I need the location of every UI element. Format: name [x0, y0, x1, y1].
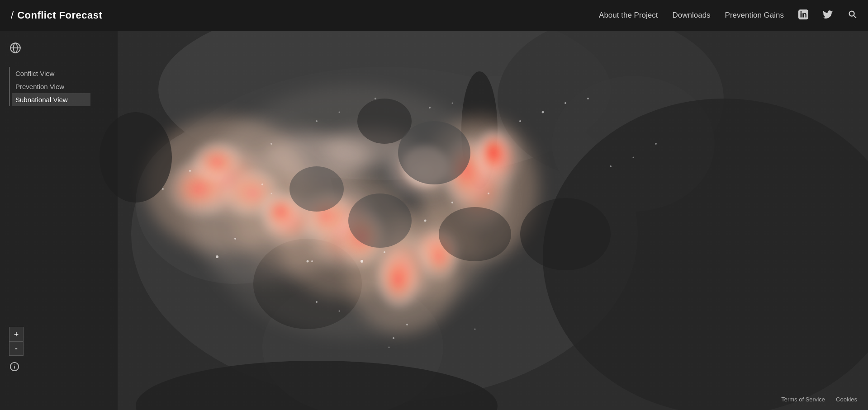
- svg-point-60: [393, 337, 394, 339]
- view-subnational[interactable]: Subnational View: [12, 93, 90, 106]
- zoom-in-button[interactable]: +: [9, 327, 24, 341]
- globe-icon[interactable]: [7, 40, 24, 56]
- svg-point-70: [610, 165, 612, 167]
- zoom-out-button[interactable]: -: [9, 341, 24, 356]
- site-title: Conflict Forecast: [17, 9, 102, 21]
- info-icon[interactable]: [7, 359, 22, 374]
- svg-point-72: [655, 143, 657, 145]
- footer-links: Terms of Service Cookies: [781, 396, 857, 403]
- header-nav: About the Project Downloads Prevention G…: [599, 9, 857, 22]
- svg-point-61: [389, 347, 390, 348]
- svg-point-63: [474, 329, 476, 330]
- cookies-link[interactable]: Cookies: [836, 396, 857, 403]
- svg-point-76: [520, 198, 611, 270]
- svg-point-57: [542, 111, 544, 113]
- search-button[interactable]: [847, 9, 857, 22]
- svg-point-79: [398, 121, 470, 184]
- zoom-controls: + -: [9, 327, 24, 356]
- svg-point-78: [439, 207, 511, 261]
- terms-of-service-link[interactable]: Terms of Service: [781, 396, 825, 403]
- view-prevention[interactable]: Prevention View: [15, 80, 90, 93]
- svg-point-81: [348, 193, 412, 248]
- nav-downloads[interactable]: Downloads: [672, 11, 710, 20]
- map-container[interactable]: Conflict View Prevention View Subnationa…: [0, 31, 868, 410]
- svg-point-59: [587, 98, 589, 99]
- nav-prevention[interactable]: Prevention Gains: [725, 11, 784, 20]
- map-background: [0, 31, 868, 410]
- svg-point-80: [289, 166, 344, 212]
- view-conflict[interactable]: Conflict View: [15, 67, 90, 80]
- svg-point-58: [564, 102, 566, 104]
- twitter-icon[interactable]: [823, 9, 833, 22]
- svg-point-68: [452, 103, 453, 104]
- nav-about[interactable]: About the Project: [599, 11, 658, 20]
- linkedin-icon[interactable]: [798, 9, 808, 22]
- svg-point-56: [519, 120, 521, 122]
- svg-point-55: [162, 188, 164, 190]
- header: / Conflict Forecast About the Project Do…: [0, 0, 868, 31]
- svg-point-71: [633, 157, 634, 158]
- map-svg: [0, 31, 868, 410]
- svg-point-75: [100, 112, 172, 203]
- view-menu: Conflict View Prevention View Subnationa…: [9, 67, 90, 106]
- header-slash: /: [11, 9, 14, 21]
- header-left: / Conflict Forecast: [11, 9, 102, 21]
